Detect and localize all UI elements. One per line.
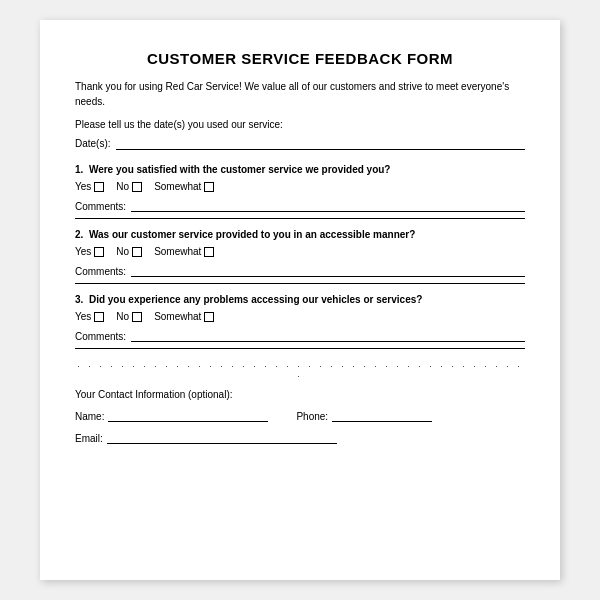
q3-somewhat-option[interactable]: Somewhat bbox=[154, 311, 214, 322]
contact-title: Your Contact Information (optional): bbox=[75, 389, 525, 400]
name-phone-row: Name: Phone: bbox=[75, 408, 525, 422]
q2-divider bbox=[75, 283, 525, 284]
q3-no-label: No bbox=[116, 311, 129, 322]
q1-comments-label: Comments: bbox=[75, 201, 126, 212]
q3-no-checkbox[interactable] bbox=[132, 312, 142, 322]
question-3-options: Yes No Somewhat bbox=[75, 311, 525, 322]
q1-comments-row: Comments: bbox=[75, 198, 525, 212]
question-3-text: 3. Did you experience any problems acces… bbox=[75, 294, 525, 305]
q1-no-label: No bbox=[116, 181, 129, 192]
q1-divider bbox=[75, 218, 525, 219]
q1-somewhat-label: Somewhat bbox=[154, 181, 201, 192]
q2-yes-option[interactable]: Yes bbox=[75, 246, 104, 257]
q2-somewhat-option[interactable]: Somewhat bbox=[154, 246, 214, 257]
q3-yes-checkbox[interactable] bbox=[94, 312, 104, 322]
name-field: Name: bbox=[75, 408, 268, 422]
q3-yes-option[interactable]: Yes bbox=[75, 311, 104, 322]
q2-yes-label: Yes bbox=[75, 246, 91, 257]
question-2-options: Yes No Somewhat bbox=[75, 246, 525, 257]
question-2-text: 2. Was our customer service provided to … bbox=[75, 229, 525, 240]
q3-somewhat-checkbox[interactable] bbox=[204, 312, 214, 322]
q3-divider bbox=[75, 348, 525, 349]
q1-comments-line[interactable] bbox=[131, 198, 525, 212]
q3-comments-row: Comments: bbox=[75, 328, 525, 342]
q3-comments-line[interactable] bbox=[131, 328, 525, 342]
q1-yes-option[interactable]: Yes bbox=[75, 181, 104, 192]
name-label: Name: bbox=[75, 411, 104, 422]
intro-text: Thank you for using Red Car Service! We … bbox=[75, 79, 525, 109]
date-input-line[interactable] bbox=[116, 136, 525, 150]
q2-no-label: No bbox=[116, 246, 129, 257]
contact-section: Your Contact Information (optional): Nam… bbox=[75, 389, 525, 444]
q2-somewhat-label: Somewhat bbox=[154, 246, 201, 257]
form-title: CUSTOMER SERVICE FEEDBACK FORM bbox=[75, 50, 525, 67]
email-label: Email: bbox=[75, 433, 103, 444]
name-input-line[interactable] bbox=[108, 408, 268, 422]
question-3-block: 3. Did you experience any problems acces… bbox=[75, 294, 525, 349]
q3-comments-label: Comments: bbox=[75, 331, 126, 342]
q1-somewhat-option[interactable]: Somewhat bbox=[154, 181, 214, 192]
q2-no-checkbox[interactable] bbox=[132, 247, 142, 257]
phone-label: Phone: bbox=[296, 411, 328, 422]
phone-field: Phone: bbox=[296, 408, 432, 422]
q2-comments-row: Comments: bbox=[75, 263, 525, 277]
dotted-divider: . . . . . . . . . . . . . . . . . . . . … bbox=[75, 359, 525, 379]
q1-yes-checkbox[interactable] bbox=[94, 182, 104, 192]
date-row: Date(s): bbox=[75, 136, 525, 150]
q1-somewhat-checkbox[interactable] bbox=[204, 182, 214, 192]
q1-no-option[interactable]: No bbox=[116, 181, 142, 192]
q1-yes-label: Yes bbox=[75, 181, 91, 192]
phone-input-line[interactable] bbox=[332, 408, 432, 422]
q2-comments-label: Comments: bbox=[75, 266, 126, 277]
prompt-text: Please tell us the date(s) you used our … bbox=[75, 119, 525, 130]
q3-yes-label: Yes bbox=[75, 311, 91, 322]
date-label: Date(s): bbox=[75, 138, 111, 149]
q2-somewhat-checkbox[interactable] bbox=[204, 247, 214, 257]
q1-no-checkbox[interactable] bbox=[132, 182, 142, 192]
feedback-form: CUSTOMER SERVICE FEEDBACK FORM Thank you… bbox=[40, 20, 560, 580]
question-2-block: 2. Was our customer service provided to … bbox=[75, 229, 525, 284]
email-row: Email: bbox=[75, 430, 525, 444]
q3-somewhat-label: Somewhat bbox=[154, 311, 201, 322]
q2-comments-line[interactable] bbox=[131, 263, 525, 277]
q2-yes-checkbox[interactable] bbox=[94, 247, 104, 257]
question-1-options: Yes No Somewhat bbox=[75, 181, 525, 192]
q3-no-option[interactable]: No bbox=[116, 311, 142, 322]
question-1-block: 1. Were you satisfied with the customer … bbox=[75, 164, 525, 219]
q2-no-option[interactable]: No bbox=[116, 246, 142, 257]
email-input-line[interactable] bbox=[107, 430, 337, 444]
question-1-text: 1. Were you satisfied with the customer … bbox=[75, 164, 525, 175]
